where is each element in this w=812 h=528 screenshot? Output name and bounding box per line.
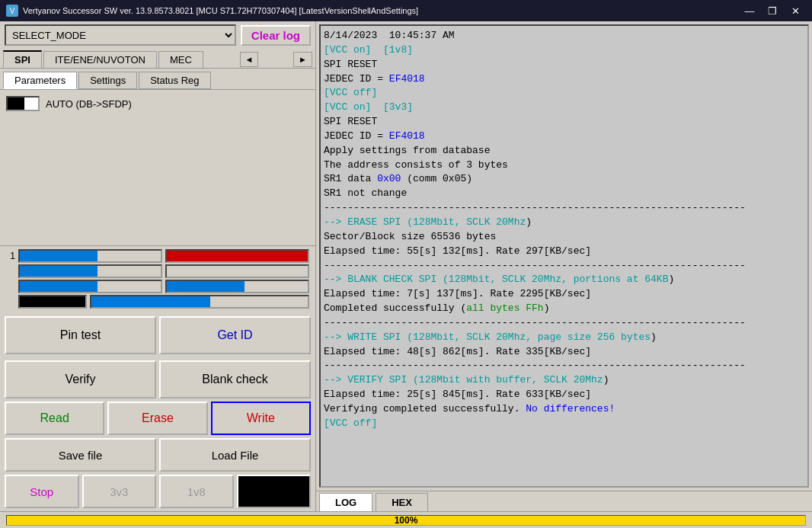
status-progress-bar: 100%: [6, 515, 806, 526]
log-line: Elapsed time: 48[s] 862[ms]. Rate 335[KB…: [324, 345, 804, 360]
progress-row-4: [6, 295, 309, 309]
progress-label-4: [6, 296, 15, 307]
close-button[interactable]: ✕: [785, 3, 806, 18]
log-line: --> BLANK CHECK SPI (128Mbit, SCLK 20Mhz…: [324, 273, 804, 287]
log-line: Elapsed time: 7[s] 137[ms]. Rate 2295[KB…: [324, 287, 804, 302]
progress-bar-4: [165, 264, 309, 278]
erase-button[interactable]: Erase: [107, 402, 207, 435]
rw-buttons: Read Erase Write: [0, 402, 315, 438]
chip-tab-spi[interactable]: SPI: [3, 50, 42, 68]
read-button[interactable]: Read: [5, 402, 104, 435]
load-file-button[interactable]: Load File: [159, 438, 311, 472]
log-line: [VCC off]: [324, 417, 804, 431]
restore-button[interactable]: ❐: [762, 3, 783, 18]
progress-fill-2: [167, 251, 308, 261]
write-button[interactable]: Write: [211, 402, 311, 435]
right-panel: 8/14/2023 10:45:37 AM[VCC on] [1v8]SPI R…: [316, 21, 812, 511]
progress-bar-6: [165, 280, 309, 293]
pin-test-button[interactable]: Pin test: [5, 316, 156, 354]
tab-parameters[interactable]: Parameters: [3, 72, 77, 89]
progress-label-2: [6, 266, 15, 277]
chip-tab-prev[interactable]: ◄: [240, 52, 259, 67]
log-line: ----------------------------------------…: [324, 259, 804, 274]
chip-tabs: SPI ITE/ENE/NUVOTON MEC ◄ ►: [0, 49, 315, 69]
top-controls: SELECT_MODE Clear log: [0, 21, 315, 49]
log-line: ----------------------------------------…: [324, 201, 804, 216]
log-line: --> VERIFY SPI (128Mbit with buffer, SCL…: [324, 373, 804, 388]
progress-bar-5: [18, 280, 162, 293]
progress-row-2: [6, 264, 309, 278]
log-line: SPI RESET: [324, 115, 804, 130]
status-bar: 100%: [0, 511, 812, 528]
tab-settings[interactable]: Settings: [78, 72, 137, 89]
param-divider: [6, 116, 309, 177]
chip-tab-mec[interactable]: MEC: [158, 51, 203, 68]
log-line: [VCC on] [3v3]: [324, 101, 804, 115]
progress-bar-7: [18, 295, 87, 309]
progress-fill-5: [20, 281, 98, 292]
progress-section: 1: [0, 245, 315, 313]
mode-select[interactable]: SELECT_MODE: [5, 24, 236, 46]
tab-status-reg[interactable]: Status Reg: [139, 72, 210, 89]
left-panel: SELECT_MODE Clear log SPI ITE/ENE/NUVOTO…: [0, 21, 316, 511]
progress-fill-3: [20, 266, 98, 277]
progress-bar-8: [90, 295, 309, 309]
progress-fill-7: [20, 296, 85, 307]
log-line: JEDEC ID = EF4018: [324, 72, 804, 87]
progress-row-1: 1: [6, 249, 309, 263]
log-line: Sector/Block size 65536 bytes: [324, 230, 804, 245]
log-tabs: LOG HEX: [316, 491, 812, 511]
progress-label-3: [6, 281, 15, 292]
action-buttons: Pin test Get ID: [0, 313, 315, 357]
chip-tab-ite[interactable]: ITE/ENE/NUVOTON: [43, 51, 157, 68]
progress-label-1: 1: [6, 251, 15, 261]
progress-fill-8: [91, 296, 210, 307]
progress-bar-2: [165, 249, 309, 263]
verify-button[interactable]: Verify: [5, 360, 156, 398]
log-area[interactable]: 8/14/2023 10:45:37 AM[VCC on] [1v8]SPI R…: [319, 24, 809, 488]
blank-check-button[interactable]: Blank check: [159, 360, 311, 398]
log-tab-hex[interactable]: HEX: [376, 493, 428, 511]
log-line: --> ERASE SPI (128Mbit, SCLK 20Mhz): [324, 216, 804, 230]
auto-label: AUTO (DB->SFDP): [46, 98, 132, 110]
clear-log-button[interactable]: Clear log: [241, 25, 311, 46]
log-tab-log[interactable]: LOG: [319, 493, 372, 511]
toggle-knob: [24, 98, 38, 110]
verify-blank-buttons: Verify Blank check: [0, 357, 315, 402]
title-bar: V Vertyanov Successor SW ver. 13.9.8573.…: [0, 0, 812, 21]
app-icon: V: [6, 5, 18, 17]
log-line: Verifying completed successfully. No dif…: [324, 402, 804, 417]
param-content: AUTO (DB->SFDP): [0, 90, 315, 245]
log-line: The address consists of 3 bytes: [324, 158, 804, 173]
main-container: SELECT_MODE Clear log SPI ITE/ENE/NUVOTO…: [0, 21, 812, 511]
log-line: 8/14/2023 10:45:37 AM: [324, 29, 804, 43]
log-line: Elapsed time: 25[s] 845[ms]. Rate 633[KB…: [324, 388, 804, 402]
log-line: [VCC on] [1v8]: [324, 43, 804, 58]
auto-row: AUTO (DB->SFDP): [6, 96, 309, 111]
window-controls: — ❐ ✕: [739, 3, 806, 18]
progress-fill-1: [20, 251, 98, 261]
get-id-button[interactable]: Get ID: [159, 316, 311, 354]
save-file-button[interactable]: Save file: [5, 438, 156, 472]
param-tabs: Parameters Settings Status Reg: [0, 69, 315, 90]
log-line: --> WRITE SPI (128Mbit, SCLK 20Mhz, page…: [324, 331, 804, 345]
chip-tab-next[interactable]: ►: [293, 52, 312, 67]
status-progress-text: 100%: [395, 515, 418, 526]
log-line: SPI RESET: [324, 58, 804, 72]
minimize-button[interactable]: —: [739, 3, 760, 18]
progress-bar-3: [18, 264, 162, 278]
auto-toggle[interactable]: [6, 96, 40, 111]
log-line: [VCC off]: [324, 86, 804, 101]
log-line: ----------------------------------------…: [324, 316, 804, 331]
log-line: SR1 data 0x00 (comm 0x05): [324, 172, 804, 187]
log-line: Elapsed time: 55[s] 132[ms]. Rate 297[KB…: [324, 245, 804, 259]
v1v8-button[interactable]: 1v8: [159, 475, 234, 508]
progress-fill-6: [167, 281, 245, 292]
bottom-controls: Stop 3v3 1v8: [0, 475, 315, 511]
progress-row-3: [6, 280, 309, 293]
stop-button[interactable]: Stop: [5, 475, 79, 508]
v3v-button[interactable]: 3v3: [82, 475, 157, 508]
title-bar-text: Vertyanov Successor SW ver. 13.9.8573.80…: [23, 6, 739, 15]
file-buttons: Save file Load File: [0, 438, 315, 475]
color-button[interactable]: [237, 475, 312, 508]
